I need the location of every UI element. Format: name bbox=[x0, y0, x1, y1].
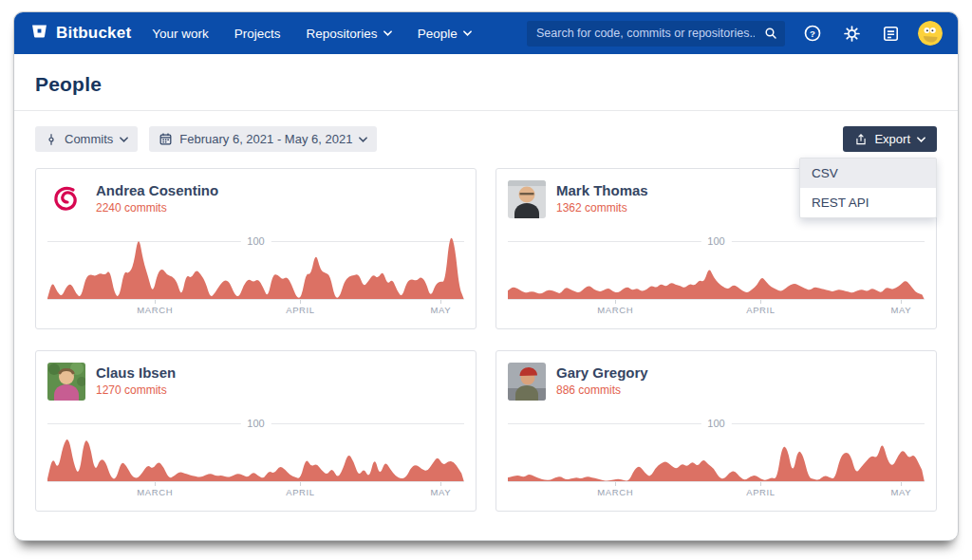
help-button[interactable]: ? bbox=[801, 22, 824, 45]
commits-area-chart[interactable]: 100MARCHAPRILMAY bbox=[47, 222, 464, 317]
axis-label-april: APRIL bbox=[286, 305, 314, 315]
axis-tick bbox=[300, 482, 301, 486]
axis-label-may: MAY bbox=[431, 305, 452, 315]
axis-tick bbox=[901, 482, 902, 486]
axis-label-march: MARCH bbox=[597, 487, 633, 497]
export-icon bbox=[854, 133, 868, 146]
person-commits-count: 1362 commits bbox=[556, 201, 648, 215]
axis-tick bbox=[155, 482, 156, 486]
x-axis-baseline bbox=[508, 481, 925, 482]
gridline-value-label: 100 bbox=[240, 418, 271, 429]
axis-tick bbox=[760, 482, 761, 486]
search-icon[interactable] bbox=[763, 26, 778, 45]
svg-text:?: ? bbox=[810, 28, 815, 39]
search-wrap bbox=[527, 21, 785, 47]
export-wrap: Export CSV REST API bbox=[843, 126, 937, 152]
area-series bbox=[47, 404, 464, 482]
nav-items: Your work Projects Repositories People bbox=[152, 27, 471, 41]
nav-item-projects[interactable]: Projects bbox=[234, 27, 281, 41]
commit-icon bbox=[45, 133, 58, 146]
area-series bbox=[508, 222, 925, 300]
axis-label-april: APRIL bbox=[286, 487, 314, 497]
person-name: Claus Ibsen bbox=[96, 363, 176, 381]
x-axis-baseline bbox=[47, 299, 464, 300]
x-axis-baseline bbox=[508, 299, 925, 300]
chevron-down-icon bbox=[359, 137, 367, 142]
axis-label-april: APRIL bbox=[746, 305, 775, 315]
calendar-icon bbox=[159, 132, 173, 146]
chevron-down-icon bbox=[120, 137, 128, 142]
export-button[interactable]: Export bbox=[843, 126, 937, 152]
axis-tick bbox=[760, 300, 761, 304]
metric-dropdown-button[interactable]: Commits bbox=[35, 126, 138, 152]
commits-area-chart[interactable]: 100MARCHAPRILMAY bbox=[47, 404, 464, 499]
search-input[interactable] bbox=[527, 21, 785, 47]
settings-gear-icon[interactable] bbox=[840, 22, 863, 45]
gridline-value-label: 100 bbox=[701, 418, 731, 429]
export-menu-item-csv[interactable]: CSV bbox=[800, 159, 936, 188]
axis-label-march: MARCH bbox=[137, 305, 173, 315]
app-window: Bitbucket Your work Projects Repositorie… bbox=[13, 11, 959, 541]
person-name: Gary Gregory bbox=[556, 363, 648, 381]
commits-area-chart[interactable]: 100MARCHAPRILMAY bbox=[508, 222, 925, 317]
chevron-down-icon bbox=[383, 30, 392, 36]
divider bbox=[14, 110, 958, 111]
person-name: Andrea Cosentino bbox=[96, 180, 218, 198]
person-name: Mark Thomas bbox=[556, 180, 648, 198]
person-commits-count: 886 commits bbox=[556, 383, 648, 397]
main-content: People Commits February 6, 2021 - May 6,… bbox=[14, 54, 958, 531]
area-series bbox=[47, 222, 464, 300]
bitbucket-logo[interactable]: Bitbucket bbox=[29, 22, 131, 46]
person-commits-count: 1270 commits bbox=[96, 383, 176, 397]
person-avatar bbox=[508, 363, 546, 401]
user-avatar[interactable] bbox=[918, 21, 943, 46]
person-card[interactable]: Gary Gregory 886 commits 100MARCHAPRILMA… bbox=[495, 350, 937, 512]
card-header: Andrea Cosentino 2240 commits bbox=[47, 180, 464, 218]
nav-item-repositories[interactable]: Repositories bbox=[307, 27, 392, 41]
axis-label-may: MAY bbox=[891, 305, 912, 315]
chevron-down-icon bbox=[463, 30, 472, 36]
brand-name: Bitbucket bbox=[56, 24, 131, 43]
axis-label-march: MARCH bbox=[137, 487, 173, 497]
commits-area-chart[interactable]: 100MARCHAPRILMAY bbox=[508, 404, 925, 499]
toolbar: Commits February 6, 2021 - May 6, 2021 E… bbox=[35, 126, 937, 152]
axis-tick bbox=[440, 482, 441, 486]
person-card[interactable]: Andrea Cosentino 2240 commits 100MARCHAP… bbox=[35, 168, 477, 329]
top-navbar: Bitbucket Your work Projects Repositorie… bbox=[14, 12, 958, 54]
person-avatar bbox=[508, 180, 546, 218]
page-title: People bbox=[35, 54, 937, 96]
axis-label-april: APRIL bbox=[746, 487, 775, 497]
axis-tick bbox=[901, 300, 902, 304]
axis-tick bbox=[615, 300, 616, 304]
chevron-down-icon bbox=[917, 137, 925, 142]
axis-label-may: MAY bbox=[891, 487, 912, 497]
axis-label-march: MARCH bbox=[597, 305, 633, 315]
person-avatar bbox=[47, 363, 85, 401]
gridline-value-label: 100 bbox=[240, 235, 271, 247]
axis-tick bbox=[615, 482, 616, 486]
screenshot-stage: Bitbucket Your work Projects Repositorie… bbox=[0, 0, 972, 560]
nav-icon-buttons: ? bbox=[801, 21, 943, 46]
axis-tick bbox=[155, 300, 156, 304]
axis-tick bbox=[440, 300, 441, 304]
person-commits-count: 2240 commits bbox=[96, 201, 218, 215]
card-header: Gary Gregory 886 commits bbox=[508, 363, 925, 401]
area-series bbox=[508, 404, 925, 482]
person-card[interactable]: Claus Ibsen 1270 commits 100MARCHAPRILMA… bbox=[35, 350, 477, 512]
card-header: Claus Ibsen 1270 commits bbox=[47, 363, 464, 401]
nav-item-your-work[interactable]: Your work bbox=[152, 27, 209, 41]
bitbucket-bucket-icon bbox=[29, 22, 49, 46]
x-axis-baseline bbox=[47, 481, 464, 482]
export-menu: CSV REST API bbox=[799, 158, 937, 218]
axis-label-may: MAY bbox=[431, 487, 452, 497]
axis-tick bbox=[300, 300, 301, 304]
feedback-panel-icon[interactable] bbox=[879, 22, 902, 45]
gridline-value-label: 100 bbox=[701, 235, 731, 247]
person-avatar bbox=[47, 180, 85, 218]
date-range-button[interactable]: February 6, 2021 - May 6, 2021 bbox=[149, 126, 377, 152]
nav-item-people[interactable]: People bbox=[418, 27, 472, 41]
people-cards-grid: Andrea Cosentino 2240 commits 100MARCHAP… bbox=[35, 168, 937, 531]
export-menu-item-rest-api[interactable]: REST API bbox=[800, 188, 936, 217]
